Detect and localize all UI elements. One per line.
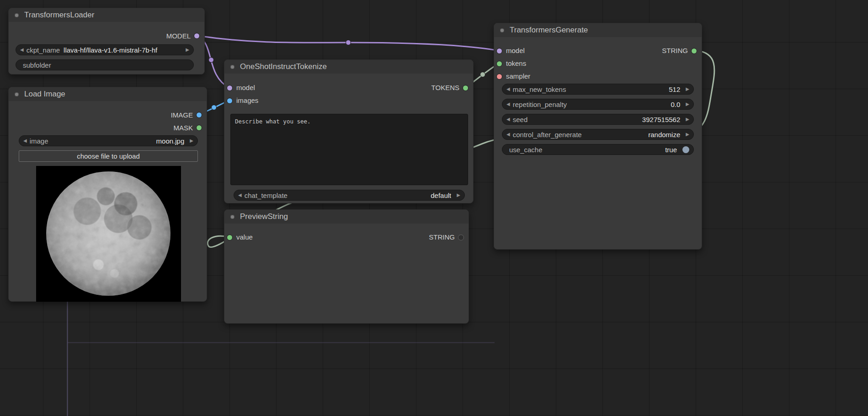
arrow-left-icon[interactable]: ◀	[20, 45, 24, 55]
arrow-left-icon[interactable]: ◀	[506, 84, 510, 94]
arrow-right-icon[interactable]: ▶	[686, 114, 689, 124]
tokens-output-port[interactable]	[463, 85, 468, 91]
node-title-bar[interactable]: TransformersGenerate	[494, 23, 702, 37]
use-cache-toggle-widget[interactable]: use_cache true	[502, 144, 694, 155]
node-title: OneShotInstructTokenize	[240, 62, 327, 71]
node-title-bar[interactable]: Load Image	[9, 87, 207, 101]
node-load-image[interactable]: Load Image IMAGE MASK ◀ image moon.jpg ▶…	[8, 87, 207, 302]
max-new-tokens-widget[interactable]: ◀ max_new_tokens 512 ▶	[502, 84, 694, 95]
node-title: TransformersGenerate	[510, 26, 588, 35]
arrow-left-icon[interactable]: ◀	[238, 190, 242, 200]
widget-value: llava-hf/llava-v1.6-mistral-7b-hf	[64, 46, 183, 54]
value-input-port[interactable]	[227, 235, 232, 240]
node-transformers-generate[interactable]: TransformersGenerate model STRING tokens…	[494, 23, 702, 250]
seed-widget[interactable]: ◀ seed 3927515562 ▶	[502, 114, 694, 125]
node-graph-canvas[interactable]: TransformersLoader MODEL ◀ ckpt_name lla…	[0, 0, 868, 416]
choose-file-button-label: choose file to upload	[77, 152, 140, 160]
link-midpoint-dot[interactable]	[212, 105, 217, 110]
control-after-generate-widget[interactable]: ◀ control_after_generate randomize ▶	[502, 129, 694, 140]
string-output-port[interactable]	[458, 235, 463, 240]
model-output-label: MODEL	[166, 32, 191, 40]
arrow-right-icon[interactable]: ▶	[686, 129, 689, 139]
collapse-dot-icon[interactable]	[230, 65, 234, 69]
image-preview	[36, 166, 181, 302]
widget-label: chat_template	[245, 192, 288, 199]
link-midpoint-dot[interactable]	[209, 58, 214, 63]
model-input-label: model	[236, 84, 255, 92]
tokens-input-label: tokens	[506, 59, 526, 68]
widget-label: max_new_tokens	[513, 85, 566, 93]
subfolder-widget[interactable]: subfolder	[16, 59, 194, 70]
collapse-dot-icon[interactable]	[230, 215, 234, 219]
string-output-port[interactable]	[692, 48, 697, 53]
repetition-penalty-widget[interactable]: ◀ repetition_penalty 0.0 ▶	[502, 99, 694, 110]
node-title: PreviewString	[240, 212, 288, 221]
collapse-dot-icon[interactable]	[15, 13, 19, 17]
widget-value: 3927515562	[530, 116, 680, 123]
model-input-port[interactable]	[227, 85, 232, 91]
model-input-port[interactable]	[497, 48, 502, 53]
arrow-right-icon[interactable]: ▶	[190, 136, 193, 146]
widget-label: control_after_generate	[513, 131, 582, 139]
sampler-input-label: sampler	[506, 72, 530, 80]
collapse-dot-icon[interactable]	[15, 92, 19, 96]
widget-label: repetition_penalty	[513, 101, 567, 108]
choose-file-button[interactable]: choose file to upload	[19, 150, 198, 162]
mask-output-port[interactable]	[197, 125, 202, 130]
arrow-left-icon[interactable]: ◀	[506, 114, 510, 124]
value-input-label: value	[236, 233, 253, 241]
image-select-widget[interactable]: ◀ image moon.jpg ▶	[19, 135, 198, 146]
node-preview-string[interactable]: PreviewString value STRING	[224, 209, 469, 324]
prompt-textarea[interactable]: Describe what you see.	[230, 114, 468, 185]
widget-label: ckpt_name	[27, 46, 60, 54]
node-title-bar[interactable]: OneShotInstructTokenize	[224, 60, 473, 74]
arrow-left-icon[interactable]: ◀	[506, 129, 510, 139]
images-input-label: images	[236, 96, 258, 105]
node-oneshot-instruct-tokenize[interactable]: OneShotInstructTokenize model images TOK…	[224, 59, 474, 203]
widget-value: 512	[569, 85, 680, 93]
image-output-label: IMAGE	[171, 111, 193, 119]
tokens-input-port[interactable]	[497, 61, 502, 66]
sampler-input-port[interactable]	[497, 74, 502, 79]
widget-label: image	[30, 137, 48, 145]
widget-label: use_cache	[509, 146, 543, 154]
widget-value: true	[545, 146, 677, 154]
boolean-toggle-icon[interactable]	[682, 146, 689, 153]
widget-value: moon.jpg	[51, 137, 185, 145]
node-title-bar[interactable]: PreviewString	[224, 210, 469, 224]
images-input-port[interactable]	[227, 98, 232, 103]
link-midpoint-dot[interactable]	[480, 72, 485, 77]
string-output-label: STRING	[662, 47, 688, 55]
model-output-port[interactable]	[194, 33, 199, 38]
arrow-right-icon[interactable]: ▶	[686, 84, 689, 94]
model-input-label: model	[506, 47, 525, 55]
ckpt-name-widget[interactable]: ◀ ckpt_name llava-hf/llava-v1.6-mistral-…	[16, 44, 194, 55]
arrow-left-icon[interactable]: ◀	[23, 136, 27, 146]
node-title-bar[interactable]: TransformersLoader	[9, 8, 204, 22]
string-output-label: STRING	[429, 233, 455, 241]
collapse-dot-icon[interactable]	[500, 28, 504, 32]
node-title: TransformersLoader	[24, 11, 94, 20]
mask-output-label: MASK	[173, 124, 193, 132]
arrow-right-icon[interactable]: ▶	[186, 45, 189, 55]
moon-texture	[46, 171, 170, 296]
node-transformers-loader[interactable]: TransformersLoader MODEL ◀ ckpt_name lla…	[8, 8, 205, 75]
widget-label: subfolder	[23, 61, 51, 69]
arrow-right-icon[interactable]: ▶	[686, 99, 689, 109]
chat-template-widget[interactable]: ◀ chat_template default ▶	[234, 190, 465, 201]
widget-value: randomize	[585, 131, 681, 139]
widget-value: default	[290, 192, 451, 199]
image-output-port[interactable]	[197, 112, 202, 117]
link-midpoint-dot[interactable]	[346, 40, 351, 45]
tokens-output-label: TOKENS	[431, 84, 459, 92]
arrow-right-icon[interactable]: ▶	[457, 190, 460, 200]
widget-label: seed	[513, 116, 528, 123]
arrow-left-icon[interactable]: ◀	[506, 99, 510, 109]
widget-value: 0.0	[570, 101, 680, 108]
node-title: Load Image	[24, 90, 65, 99]
